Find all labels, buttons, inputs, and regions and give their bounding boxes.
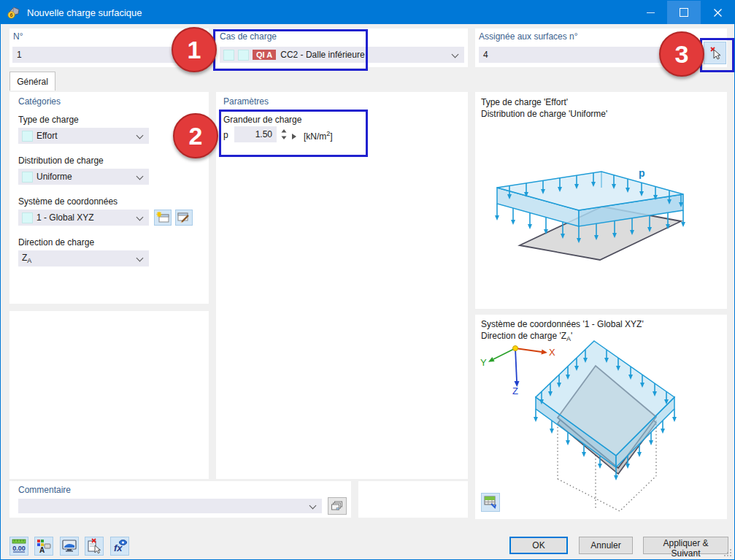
surfaces-label: Assignée aux surfaces n° [479, 31, 578, 42]
surfaces-value: 4 [483, 50, 488, 60]
cancel-button[interactable]: Annuler [579, 537, 633, 554]
pick-cursor-icon [708, 45, 722, 61]
load-case-color-chip-1 [223, 50, 234, 61]
pick-surfaces-button[interactable] [704, 42, 726, 64]
new-window-star-icon [155, 211, 170, 224]
stacked-pages-icon [331, 501, 343, 511]
edit-window-icon [177, 211, 191, 224]
load-type-value: Effort [36, 131, 57, 141]
window-title: Nouvelle charge surfacique [27, 7, 142, 18]
svg-text:A: A [39, 546, 45, 554]
chevron-down-icon [136, 173, 144, 180]
chevron-down-icon [136, 214, 144, 221]
coord-system-combo[interactable]: 1 - Global XYZ [18, 210, 149, 226]
empty-left-panel [9, 311, 209, 479]
surfaces-input[interactable]: 4 [479, 47, 699, 63]
number-label: N° [13, 31, 23, 42]
new-surface-load-dialog: 6 Nouvelle charge surfacique N° 1 Cas de… [0, 0, 735, 560]
chevron-down-icon [309, 502, 317, 510]
coord-system-color-chip [22, 212, 33, 223]
preview-load-panel: Type de charge 'Effort' Distribution de … [475, 92, 727, 309]
preview-load-line2: Distribution de charge 'Uniforme' [481, 108, 607, 120]
units-decimals-icon: 0.00 [11, 538, 27, 554]
load-magnitude-label: p [639, 167, 645, 179]
load-case-value: CC2 - Dalle inférieure [280, 50, 364, 60]
comment-combo[interactable] [18, 499, 322, 513]
magnitude-group-label: Grandeur de charge [223, 115, 301, 125]
number-input[interactable]: 1 [12, 47, 206, 63]
p-value-spinner[interactable] [280, 126, 288, 142]
minimize-button[interactable] [634, 1, 667, 24]
load-type-combo[interactable]: Effort [18, 128, 149, 144]
load-case-color-chip-2 [238, 50, 249, 61]
load-type-label: Type de charge [18, 115, 79, 125]
coord-system-value: 1 - Global XYZ [36, 212, 94, 223]
comment-header: Commentaire [18, 485, 71, 495]
load-case-label: Cas de charge [220, 31, 277, 42]
picture-toggle-icon [484, 496, 497, 509]
app-icon-badge: 6 [9, 12, 12, 18]
chevron-down-icon [136, 255, 144, 262]
load-direction-diagram: X Y Z [477, 339, 722, 515]
close-button[interactable] [701, 1, 734, 24]
tab-general[interactable]: Général [9, 72, 55, 91]
display-properties-button[interactable]: A [34, 537, 53, 556]
ok-button[interactable]: OK [509, 537, 568, 554]
comment-panel: Commentaire [9, 481, 351, 518]
preview-load-line1: Type de charge 'Effort' [481, 96, 568, 108]
load-case-combo[interactable]: QI A CC2 - Dalle inférieure [220, 47, 464, 63]
direction-label: Direction de charge [18, 237, 94, 248]
svg-text:0.00: 0.00 [12, 545, 26, 552]
toggle-preview-graphic-button[interactable] [481, 493, 500, 512]
p-symbol: p [223, 130, 228, 140]
maximize-button[interactable] [667, 1, 701, 24]
distribution-color-chip [22, 172, 33, 183]
number-value: 1 [17, 50, 22, 60]
document-pick-icon [86, 538, 102, 554]
p-value-expand-button[interactable] [291, 130, 299, 139]
units-settings-button[interactable]: 0.00 [9, 537, 28, 556]
formula-fx-icon: fx [112, 538, 128, 554]
close-icon [714, 9, 722, 17]
surfaces-panel: Assignée aux surfaces n° 4 [475, 28, 727, 67]
apply-next-button[interactable]: Appliquer & Suivant [643, 537, 728, 554]
p-value-input[interactable]: 1.50 [234, 126, 277, 142]
number-panel: N° 1 [9, 28, 209, 67]
parameters-panel: Paramètres Grandeur de charge p 1.50 [kN… [216, 92, 468, 479]
edit-coordinate-system-button[interactable] [175, 210, 193, 226]
parameters-header: Paramètres [223, 96, 269, 107]
categories-panel: Catégories Type de charge Effort Distrib… [9, 92, 209, 304]
minimize-icon [647, 12, 655, 13]
axis-y-label: Y [480, 357, 487, 368]
distribution-combo[interactable]: Uniforme [18, 169, 149, 185]
distribution-value: Uniforme [36, 172, 72, 182]
direction-combo[interactable]: ZA [18, 250, 149, 266]
titlebar[interactable]: 6 Nouvelle charge surfacique [1, 1, 734, 24]
maximize-icon [680, 8, 688, 17]
coord-system-label: Système de coordonnées [18, 196, 118, 207]
new-coordinate-system-button[interactable] [154, 210, 172, 226]
comment-templates-button[interactable] [328, 497, 347, 515]
empty-bottom-panel [358, 481, 468, 518]
axis-z-label: Z [512, 386, 518, 396]
rendering-settings-button[interactable] [60, 537, 79, 556]
categories-header: Catégories [18, 96, 61, 107]
pick-new-objects-button[interactable] [85, 537, 104, 556]
chevron-down-icon [452, 51, 459, 58]
load-case-category-badge: QI A [253, 50, 276, 60]
preview-direction-line1: Système de coordonnées '1 - Global XYZ' [481, 318, 644, 330]
load-case-panel: Cas de charge QI A CC2 - Dalle inférieur… [216, 28, 468, 67]
p-value: 1.50 [255, 129, 272, 139]
right-arrow-icon [291, 133, 297, 140]
preview-direction-panel: Système de coordonnées '1 - Global XYZ' … [475, 315, 727, 519]
axis-x-label: X [549, 347, 555, 358]
formulas-button[interactable]: fx [110, 537, 129, 556]
monitor-icon [61, 538, 77, 554]
load-type-color-chip [22, 131, 33, 142]
spinner-arrows-icon [280, 126, 288, 142]
uniform-load-diagram: p [481, 165, 722, 304]
svg-text:fx: fx [114, 542, 123, 553]
direction-value: ZA [22, 253, 31, 264]
resize-grip[interactable] [723, 548, 732, 557]
distribution-label: Distribution de charge [18, 156, 104, 166]
